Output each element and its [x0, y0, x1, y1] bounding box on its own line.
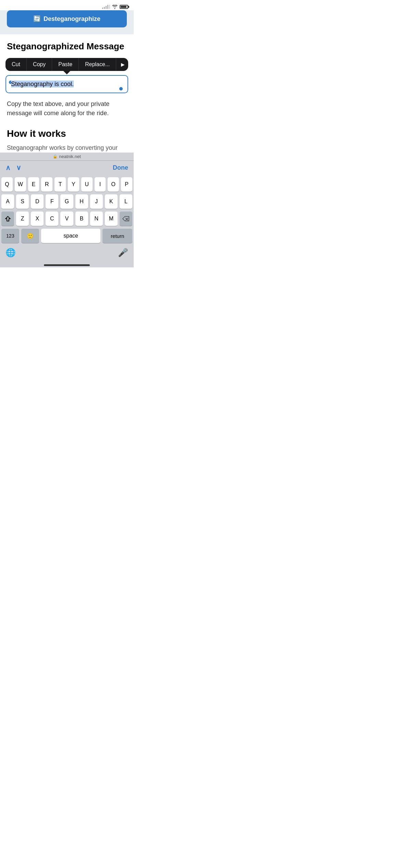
key-a[interactable]: A: [1, 194, 14, 209]
key-m[interactable]: M: [105, 212, 118, 226]
emoji-icon: 🙂: [27, 233, 34, 239]
key-p[interactable]: P: [121, 177, 132, 192]
keyboard-nav: ∧ ∨: [5, 164, 21, 172]
shift-key[interactable]: [1, 212, 14, 226]
emoji-key[interactable]: 🙂: [21, 229, 39, 243]
key-f[interactable]: F: [46, 194, 58, 209]
key-b[interactable]: B: [75, 212, 88, 226]
key-n[interactable]: N: [90, 212, 103, 226]
cut-button[interactable]: Cut: [5, 58, 27, 71]
keyboard-toolbar: ∧ ∨ Done: [0, 160, 134, 174]
key-e[interactable]: E: [28, 177, 39, 192]
key-o[interactable]: O: [108, 177, 119, 192]
key-w[interactable]: W: [15, 177, 26, 192]
button-icon: 🔄: [33, 15, 41, 23]
selected-text: Steganography is cool.: [11, 81, 74, 87]
key-h[interactable]: H: [75, 194, 88, 209]
key-z[interactable]: Z: [16, 212, 29, 226]
how-it-works-title: How it works: [7, 128, 127, 139]
key-t[interactable]: T: [54, 177, 66, 192]
button-label: Desteganographize: [44, 15, 100, 23]
done-button[interactable]: Done: [113, 164, 128, 171]
how-it-works-section: How it works Steganographr works by conv…: [0, 118, 134, 153]
more-arrow[interactable]: ▶: [116, 58, 130, 71]
how-description: Steganographr works by converting your: [7, 143, 127, 153]
key-q[interactable]: Q: [1, 177, 13, 192]
key-u[interactable]: U: [81, 177, 93, 192]
keyboard-row-2: ASDFGHJKL: [0, 194, 134, 209]
lock-icon: 🔒: [53, 154, 58, 159]
key-g[interactable]: G: [60, 194, 73, 209]
numbers-key[interactable]: 123: [1, 229, 19, 243]
key-k[interactable]: K: [105, 194, 118, 209]
signal-icon: [102, 5, 110, 9]
key-l[interactable]: L: [120, 194, 132, 209]
key-r[interactable]: R: [41, 177, 52, 192]
battery-icon: [120, 5, 128, 9]
keyboard-row-3: ZXCVBNM: [0, 212, 134, 226]
status-bar: [0, 0, 134, 10]
copy-button[interactable]: Copy: [27, 58, 52, 71]
desteganographize-button[interactable]: 🔄 Desteganographize: [7, 10, 127, 27]
globe-icon[interactable]: 🌐: [5, 248, 16, 257]
key-d[interactable]: D: [31, 194, 44, 209]
key-s[interactable]: S: [16, 194, 29, 209]
key-x[interactable]: X: [31, 212, 44, 226]
keyboard-row-1: QWERTYUIOP: [0, 177, 134, 192]
keyboard: QWERTYUIOP ASDFGHJKL ZXCVBNM 123 🙂 space…: [0, 174, 134, 262]
text-input-container[interactable]: Steganography is cool.: [5, 75, 128, 93]
key-y[interactable]: Y: [68, 177, 79, 192]
up-chevron[interactable]: ∧: [5, 164, 11, 172]
keyboard-row-bottom: 123 🙂 space return: [0, 229, 134, 243]
space-key[interactable]: space: [41, 229, 100, 243]
cursor-right: [119, 87, 123, 91]
wifi-icon: [112, 5, 118, 9]
backspace-key[interactable]: [120, 212, 132, 226]
website-bar: 🔒 neatnik.net: [0, 153, 134, 160]
keyboard-extras: 🌐 🎤: [0, 246, 134, 260]
microphone-icon[interactable]: 🎤: [118, 248, 128, 257]
section-title: Steganographized Message: [0, 34, 134, 55]
text-input[interactable]: Steganography is cool.: [11, 80, 123, 88]
website-url: neatnik.net: [59, 154, 81, 159]
context-menu: Cut Copy Paste Replace... ▶: [5, 58, 128, 71]
down-chevron[interactable]: ∨: [16, 164, 21, 172]
home-bar: [44, 264, 90, 266]
key-c[interactable]: C: [46, 212, 58, 226]
key-j[interactable]: J: [90, 194, 103, 209]
paste-button[interactable]: Paste: [52, 58, 79, 71]
replace-button[interactable]: Replace...: [79, 58, 116, 71]
top-section: 🔄 Desteganographize: [0, 10, 134, 34]
return-key[interactable]: return: [102, 229, 132, 243]
description-text: Copy the text above, and your private me…: [0, 93, 134, 118]
home-indicator: [0, 262, 134, 267]
page-content: Steganographized Message Cut Copy Paste …: [0, 34, 134, 153]
key-i[interactable]: I: [95, 177, 106, 192]
key-v[interactable]: V: [60, 212, 73, 226]
